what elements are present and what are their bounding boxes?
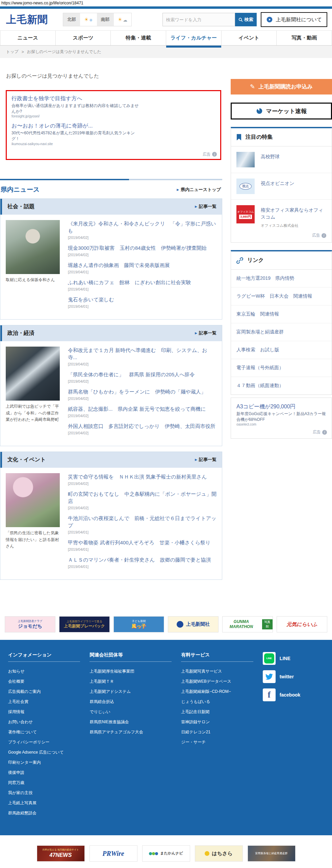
featured-thumbnail[interactable]: 視点 <box>236 179 255 194</box>
article-list-link[interactable]: 記事一覧 <box>195 457 216 463</box>
tab-sports[interactable]: スポーツ <box>55 31 111 45</box>
footer-link[interactable]: 上毛新聞縮刷版−CD-ROM− <box>181 689 231 694</box>
footer-link[interactable]: プライバシーポリシー <box>8 740 49 744</box>
footer-link[interactable]: じょうもばいる <box>181 699 210 704</box>
sidebar-link[interactable]: 統一地方選2019 県内情勢 <box>231 270 332 287</box>
sidebar-link[interactable]: 人事検索 お試し版 <box>231 341 332 359</box>
footer-link[interactable]: でりじぃい <box>90 709 110 714</box>
article-list-link[interactable]: 記事一覧 <box>195 204 216 210</box>
about-company-button[interactable]: 上毛新聞社について <box>261 12 327 27</box>
sidebar-link[interactable]: 富岡製糸場と絹遺産群 <box>231 323 332 341</box>
article-link[interactable]: 災害で命守る情報を ＮＨＫ出演 気象予報士の新村美里さん <box>68 474 207 480</box>
social-label: LINE <box>280 656 290 661</box>
ad-choices-label[interactable]: 広告i <box>312 233 326 238</box>
footer-link[interactable]: 我が家の主役 <box>8 790 33 795</box>
footer-link[interactable]: 上毛新聞WEBデータベース <box>181 679 231 684</box>
article-link[interactable]: 町の玄関でおもてなし 中之条駅構内に「ボン・ボヤージュ」開店 <box>68 491 216 504</box>
footer-link[interactable]: 日経テレコン21 <box>181 730 210 734</box>
article-link[interactable]: 鬼石を歩いて楽しむ <box>68 297 114 302</box>
tab-news[interactable]: ニュース <box>0 31 55 45</box>
ad-unit[interactable]: お〜おお！オレの薄毛に奇跡が... 30代〜60代男性45782名が選んだ201… <box>11 123 140 145</box>
banner-prwire[interactable]: PRWire <box>90 845 137 862</box>
footer-link[interactable]: 群馬総合折込 <box>90 699 114 704</box>
article-link[interactable]: 牛池川沿いの夜桜楽しんで 前橋・元総社で６日までライトアップ <box>68 515 216 528</box>
footer-link[interactable]: 上毛新聞ＴＲ <box>90 679 114 684</box>
article-link[interactable]: 「県民全体の奉仕者に」 群馬県 新採用の205人へ辞令 <box>68 372 195 377</box>
partner-banner-kazakko[interactable]: 子ども新聞 風っ子 <box>113 616 164 632</box>
footer-link[interactable]: 会社概要 <box>8 679 24 684</box>
footer-link[interactable]: 同窓万歳 <box>8 780 24 785</box>
banner-matakan-navi[interactable]: またかんナビ <box>142 845 190 862</box>
article-thumbnail[interactable] <box>6 347 60 401</box>
footer-link[interactable]: 上毛社会賞 <box>8 699 28 704</box>
sidebar-link[interactable]: 電子速報（号外紙面） <box>231 359 332 377</box>
ad-unit[interactable]: 行政書士を独学で目指す方へ 合格率が高い通信講座がありますまずは教材の内容を確認… <box>11 95 140 118</box>
ad-choices-label[interactable]: 広告i <box>313 429 327 435</box>
footer-link[interactable]: 上毛新聞写真サービス <box>181 669 222 674</box>
ad-thumbnail[interactable]: オフィスコム 3,980円 <box>236 205 255 223</box>
banner-tomioka-silk-mill[interactable]: 富岡製糸場と絹産業遺産群 <box>248 845 296 862</box>
subscribe-button[interactable]: 上毛新聞購読お申込み <box>231 79 332 94</box>
footer-link[interactable]: 雷神語録サロン <box>181 720 210 724</box>
prefecture-news-top-link[interactable]: 県内ニューストップ <box>177 187 221 193</box>
breadcrumb-home-link[interactable]: トップ <box>6 49 19 55</box>
twitter-button[interactable]: twitter <box>263 670 324 683</box>
ad-unit[interactable]: A3コピー機が290,000円 新年度GoGo応援キャンペーン！新品A3カラー複… <box>236 403 326 426</box>
featured-link[interactable]: 視点オピニオン <box>261 179 295 194</box>
banner-47news[interactable]: 日本が見える 地方紙の総合サイト 47NEWS <box>37 845 85 862</box>
article-thumbnail[interactable] <box>6 220 60 274</box>
footer-link[interactable]: 上毛記念日新聞 <box>181 709 209 714</box>
featured-thumbnail[interactable] <box>236 152 255 167</box>
footer-link[interactable]: お知らせ <box>8 669 25 674</box>
banner-hachisara[interactable]: はちさら <box>195 845 243 862</box>
article-list-link[interactable]: 記事一覧 <box>195 330 216 336</box>
article-link[interactable]: ＡＬＳのマリンバ奏者・針生惇史さん 故郷の藤岡で妻と協演 <box>68 557 211 563</box>
list-item: 上毛新聞アドシステム <box>90 688 172 695</box>
article-thumbnail[interactable] <box>6 473 60 527</box>
article-link[interactable]: 《来月改元》令和さん・和令さんビックリ 「令」字形に戸惑いも <box>68 221 216 234</box>
sidebar-link[interactable]: ラグビーW杯 日本大会 関連情報 <box>231 288 332 305</box>
footer-link[interactable]: 印刷センター案内 <box>8 760 41 765</box>
article-link[interactable]: 堀越さん遺作の抽象画 藤岡で未発表版画展 <box>68 262 170 268</box>
search-button[interactable]: 検索 <box>235 13 257 26</box>
partner-banner-jomo-shinbunsha[interactable]: 上毛新聞社 <box>168 616 219 632</box>
tab-features[interactable]: 特集・連載 <box>110 31 166 45</box>
footer-link[interactable]: ジー・サーチ <box>181 740 206 744</box>
article-link[interactable]: ふれあい橋にカフェ 館林 にぎわい創出に社会実験 <box>68 279 191 285</box>
article-link[interactable]: 群馬名物「ひもかわ」をラーメンに 伊勢崎の「麺や蔵人」 <box>68 389 206 395</box>
footer-link[interactable]: 群馬県アマチュアゴルフ大会 <box>90 730 143 734</box>
footer-link[interactable]: 採用情報 <box>8 709 24 714</box>
article-link[interactable]: 外国人相談窓口 多言語対応でしっかり 伊勢崎、太田両市役所 <box>68 423 215 429</box>
article-link[interactable]: 現金3000万詐取被害 玉村の84歳女性 伊勢崎署が捜査開始 <box>68 245 207 251</box>
sidebar-link[interactable]: ４７動画（紙面連動） <box>231 377 332 395</box>
footer-link[interactable]: Google Adsence 広告について <box>8 750 64 755</box>
tab-life-culture[interactable]: ライフ・カルチャー <box>166 31 221 45</box>
footer-link[interactable]: 著作権について <box>8 730 37 734</box>
site-logo[interactable]: 上毛新聞 <box>6 13 48 27</box>
article-link[interactable]: 甲冑や着物姿 武者行列400人ぞろぞろ 甘楽・小幡さくら祭り <box>68 540 210 545</box>
footer-link[interactable]: 上毛紙上写真展 <box>8 801 36 805</box>
partner-banner-playback[interactable]: 上毛新聞ライブラリーで見る 上毛新聞プレーバック <box>59 616 110 632</box>
article-link[interactable]: 紙容器、記念撮影... 県内企業 新元号で知恵を絞って商機に <box>68 406 206 412</box>
tab-events[interactable]: イベント <box>221 31 277 45</box>
facebook-button[interactable]: f facebook <box>263 688 324 701</box>
ad-choices-label[interactable]: 広告i <box>203 152 217 157</box>
line-button[interactable]: LINE LINE <box>263 652 324 665</box>
footer-link[interactable]: 上毛新聞厚生福祉事業団 <box>90 669 134 674</box>
partner-banner-genki-life[interactable]: 元気にらいふ <box>277 616 327 632</box>
search-input[interactable] <box>162 13 235 26</box>
article-link[interactable]: 令和改元まで１カ月 新時代へ準備進む 印刷、システム、お寺... <box>68 347 207 360</box>
market-report-button[interactable]: マーケット速報 <box>231 103 332 119</box>
footer-link[interactable]: 上毛新聞アドシステム <box>90 689 131 694</box>
partner-banner-gunma-marathon[interactable]: GUNMA MARATHON 写真館 <box>222 616 273 632</box>
tab-photo-video[interactable]: 写真・動画 <box>276 31 332 45</box>
footer-link[interactable]: お問い合わせ <box>8 720 33 724</box>
footer-link[interactable]: 広告掲載のご案内 <box>8 689 41 694</box>
partner-banner-jomodachi[interactable]: 上毛新聞読者クラブ ジョモだち <box>5 616 55 632</box>
footer-link[interactable]: 群馬政経懇話会 <box>8 811 36 815</box>
footer-link[interactable]: 後援申請 <box>8 770 24 775</box>
footer-link[interactable]: 群馬県NIE推進協議会 <box>90 720 129 724</box>
featured-link[interactable]: 高校野球 <box>261 152 280 167</box>
ad-title-link[interactable]: 格安オフィス家具ならオフィスコム <box>261 205 326 221</box>
sidebar-link[interactable]: 東京五輪 関連情報 <box>231 305 332 323</box>
